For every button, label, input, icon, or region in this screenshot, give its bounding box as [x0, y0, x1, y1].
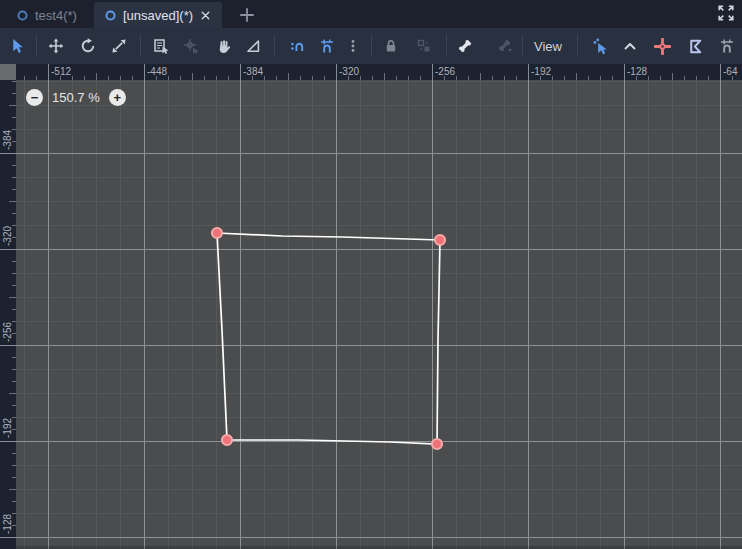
scene-tab-label: test4(*): [35, 8, 77, 23]
move-tool-button[interactable]: [43, 33, 69, 59]
ruler-tick: [240, 64, 241, 80]
edit-polygon-tool-button[interactable]: [682, 33, 708, 59]
polygon-icon: [687, 38, 704, 55]
polygon-vertex-handle[interactable]: [222, 435, 232, 445]
list-select-icon: [153, 38, 169, 54]
ruler-tick: [432, 64, 433, 80]
ruler-tick: [9, 201, 16, 202]
group-toggle-button[interactable]: [411, 33, 437, 59]
view-menu-button[interactable]: View: [528, 33, 568, 59]
ruler-label: -320: [2, 226, 13, 246]
canvas-item-toolbar: View: [0, 28, 742, 64]
pivot-tool-button[interactable]: [178, 33, 204, 59]
new-scene-tab-button[interactable]: [238, 6, 256, 24]
pivot-icon: [183, 38, 199, 54]
ruler-label: -384: [243, 66, 263, 77]
ruler-tick: [9, 489, 16, 490]
pan-hand-icon: [216, 39, 231, 54]
toolbar-separator: [522, 35, 523, 57]
drawn-polygon[interactable]: [217, 233, 440, 444]
zoom-level[interactable]: 150.7 %: [52, 90, 100, 105]
pan-tool-button[interactable]: [210, 33, 236, 59]
ruler-tick: [96, 73, 97, 80]
grid-snap-icon: [719, 38, 735, 54]
smart-snap-icon: [289, 38, 305, 54]
polygon-overlay: [16, 80, 742, 549]
ruler-tick: [0, 153, 16, 154]
ruler-label: -512: [51, 66, 71, 77]
toolbar-separator: [577, 35, 578, 57]
viewport-main: -384-320-256-192-128 − 150.7 % +: [0, 80, 742, 549]
ruler-label: -256: [435, 66, 455, 77]
close-tab-icon[interactable]: [199, 9, 212, 22]
2d-canvas[interactable]: − 150.7 % +: [16, 80, 742, 549]
ruler-label: -192: [2, 418, 13, 438]
ruler-tick: [384, 73, 385, 80]
ruler-label: -256: [2, 322, 13, 342]
ruler-tick: [576, 73, 577, 80]
edit-points-icon: [592, 38, 609, 55]
ruler-label: -448: [147, 66, 167, 77]
ruler-tick: [528, 64, 529, 80]
lock-toggle-button[interactable]: [378, 33, 404, 59]
polygon-vertex-handle[interactable]: [212, 228, 222, 238]
scale-icon: [111, 38, 127, 54]
edit-points-tool-button[interactable]: [587, 33, 613, 59]
scene-tab-unsaved[interactable]: [unsaved](*): [94, 2, 222, 28]
zoom-in-button[interactable]: +: [109, 89, 126, 106]
toolbar-separator: [371, 35, 372, 57]
rotate-tool-button[interactable]: [75, 33, 101, 59]
ruler-tick: [144, 64, 145, 80]
lock-icon: [383, 38, 399, 54]
bone-icon: [457, 38, 473, 54]
move-icon: [48, 38, 64, 54]
ruler-row: -512-448-384-320-256-192-128-64: [0, 64, 742, 80]
snap-options-menu-button[interactable]: [340, 33, 366, 59]
chevron-up-button[interactable]: [617, 33, 643, 59]
ruler-tool-button[interactable]: [240, 33, 266, 59]
ruler-tick: [0, 537, 16, 538]
ruler-label: -320: [339, 66, 359, 77]
ruler-triangle-icon: [245, 38, 261, 54]
ruler-tick: [0, 249, 16, 250]
toolbar-separator: [274, 35, 275, 57]
ruler-label: -128: [627, 66, 647, 77]
ruler-label: -128: [2, 514, 13, 534]
grid-snap-icon: [319, 38, 335, 54]
vertical-ruler[interactable]: -384-320-256-192-128: [0, 80, 16, 549]
ruler-label: -64: [723, 66, 737, 77]
scene-tab-label: [unsaved](*): [123, 8, 193, 23]
ruler-tick: [9, 297, 16, 298]
chevron-up-icon: [622, 38, 638, 54]
ruler-tick: [480, 73, 481, 80]
horizontal-ruler[interactable]: -512-448-384-320-256-192-128-64: [16, 64, 742, 80]
bone-tool-button[interactable]: [452, 33, 478, 59]
polygon-vertex-handle[interactable]: [432, 439, 442, 449]
scene-tab-test4[interactable]: test4(*): [6, 2, 87, 28]
scale-tool-button[interactable]: [106, 33, 132, 59]
scene-circle-icon: [16, 9, 29, 22]
expand-viewport-icon[interactable]: [717, 4, 735, 22]
skeleton-options-menu-button[interactable]: [492, 33, 518, 59]
snap-grid-toggle-right-button[interactable]: [714, 33, 740, 59]
polygon-vertex-handle[interactable]: [435, 235, 445, 245]
zoom-out-button[interactable]: −: [26, 89, 43, 106]
scene-tab-bar: test4(*) [unsaved](*): [0, 0, 742, 28]
vertical-dots-icon: [345, 38, 361, 54]
rotate-icon: [80, 38, 96, 54]
ruler-tick: [336, 64, 337, 80]
ruler-tick: [672, 73, 673, 80]
add-point-tool-button[interactable]: [649, 33, 675, 59]
grid-snap-toggle[interactable]: [314, 33, 340, 59]
list-select-tool-button[interactable]: [148, 33, 174, 59]
ruler-tick: [624, 64, 625, 80]
toolbar-separator: [140, 35, 141, 57]
ruler-label: -384: [2, 130, 13, 150]
ruler-tick: [720, 64, 721, 80]
zoom-controls: − 150.7 % +: [26, 89, 126, 106]
select-tool-button[interactable]: [4, 33, 30, 59]
ruler-tick: [192, 73, 193, 80]
ruler-corner: [0, 64, 16, 80]
group-icon: [416, 38, 432, 54]
smart-snap-toggle[interactable]: [284, 33, 310, 59]
